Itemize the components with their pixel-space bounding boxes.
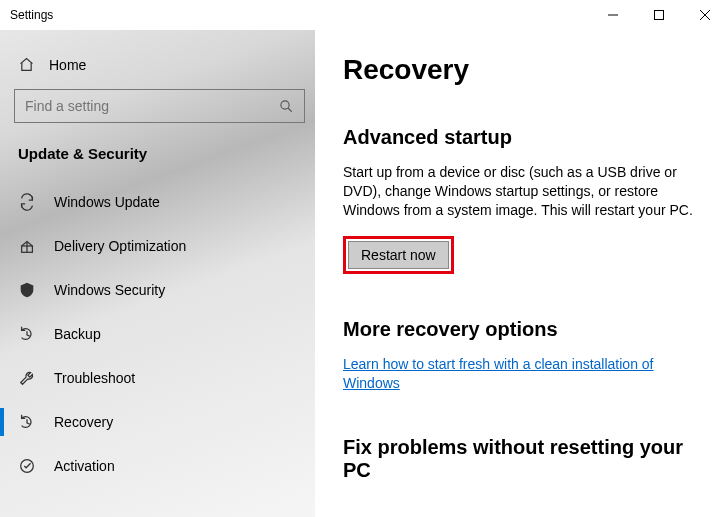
maximize-button[interactable] [636,0,682,30]
recovery-icon [18,413,36,431]
home-label: Home [49,57,86,73]
more-recovery-heading: More recovery options [343,318,700,341]
home-link[interactable]: Home [0,50,315,89]
close-button[interactable] [682,0,728,30]
sidebar-item-activation[interactable]: Activation [0,444,315,488]
activation-icon [18,457,36,475]
sync-icon [18,193,36,211]
window-controls [590,0,728,30]
wrench-icon [18,369,36,387]
shield-icon [18,281,36,299]
minimize-button[interactable] [590,0,636,30]
sidebar: Home Update & Security Windows Update [0,30,315,517]
sidebar-item-label: Windows Update [54,194,160,210]
restart-now-button[interactable]: Restart now [348,241,449,269]
svg-rect-1 [655,11,664,20]
sidebar-item-label: Backup [54,326,101,342]
fix-problems-heading: Fix problems without resetting your PC [343,436,700,482]
sidebar-item-windows-security[interactable]: Windows Security [0,268,315,312]
advanced-startup-heading: Advanced startup [343,126,700,149]
sidebar-item-troubleshoot[interactable]: Troubleshoot [0,356,315,400]
highlight-box: Restart now [343,236,454,274]
titlebar: Settings [0,0,728,30]
sidebar-item-windows-update[interactable]: Windows Update [0,180,315,224]
sidebar-item-label: Troubleshoot [54,370,135,386]
search-icon [279,99,294,114]
sidebar-item-label: Delivery Optimization [54,238,186,254]
sidebar-item-label: Activation [54,458,115,474]
search-field[interactable] [25,98,279,114]
sidebar-item-recovery[interactable]: Recovery [0,400,315,444]
backup-icon [18,325,36,343]
sidebar-item-delivery-optimization[interactable]: Delivery Optimization [0,224,315,268]
home-icon [18,56,35,73]
sidebar-item-label: Windows Security [54,282,165,298]
fresh-install-link[interactable]: Learn how to start fresh with a clean in… [343,355,700,393]
sidebar-item-backup[interactable]: Backup [0,312,315,356]
page-title: Recovery [343,54,700,86]
svg-line-5 [288,108,292,112]
advanced-startup-desc: Start up from a device or disc (such as … [343,163,700,220]
section-header: Update & Security [0,145,315,180]
sidebar-item-label: Recovery [54,414,113,430]
content-pane: Recovery Advanced startup Start up from … [315,30,728,517]
svg-point-4 [281,100,289,108]
delivery-icon [18,237,36,255]
search-input[interactable] [14,89,305,123]
window-title: Settings [10,8,53,22]
svg-point-8 [21,460,34,473]
